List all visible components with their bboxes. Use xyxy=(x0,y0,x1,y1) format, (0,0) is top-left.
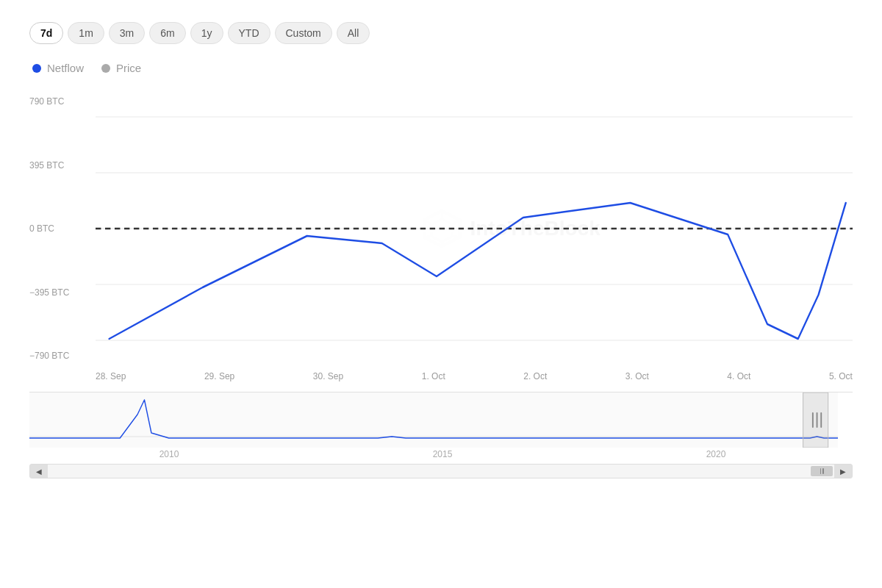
y-label-395: 395 BTC xyxy=(29,160,96,171)
netflow-dot xyxy=(32,64,41,73)
navigator-chart-container: 2010 2015 2020 xyxy=(29,392,853,459)
y-label-neg790: −790 BTC xyxy=(29,351,96,361)
x-label-4oct: 4. Oct xyxy=(727,371,750,381)
y-label-neg395: −395 BTC xyxy=(29,287,96,298)
x-label-2oct: 2. Oct xyxy=(523,371,547,381)
nav-label-2010: 2010 xyxy=(159,449,179,459)
x-axis: 28. Sep 29. Sep 30. Sep 1. Oct 2. Oct 3.… xyxy=(29,371,853,381)
x-label-29sep: 29. Sep xyxy=(204,371,234,381)
netflow-label: Netflow xyxy=(47,62,84,74)
main-chart: 790 BTC 395 BTC 0 BTC −395 BTC −790 BTC xyxy=(29,89,853,368)
legend-price: Price xyxy=(101,62,141,74)
scroll-thumb-line-1 xyxy=(820,468,822,474)
x-label-30sep: 30. Sep xyxy=(313,371,343,381)
svg-rect-16 xyxy=(803,392,828,448)
y-label-0: 0 BTC xyxy=(29,223,96,234)
x-label-28sep: 28. Sep xyxy=(96,371,126,381)
x-label-1oct: 1. Oct xyxy=(422,371,445,381)
time-btn-1y[interactable]: 1y xyxy=(190,22,223,44)
time-btn-ytd[interactable]: YTD xyxy=(228,22,270,44)
navigator-wrapper: 2010 2015 2020 ◀ ▶ xyxy=(29,392,853,465)
scroll-track[interactable] xyxy=(48,465,834,478)
navigator-x-axis: 2010 2015 2020 xyxy=(29,449,853,459)
scrollbar[interactable]: ◀ ▶ xyxy=(29,464,853,478)
time-btn-1m[interactable]: 1m xyxy=(68,22,104,44)
nav-label-2015: 2015 xyxy=(433,449,453,459)
scroll-thumb-line-2 xyxy=(822,468,824,474)
scroll-right-button[interactable]: ▶ xyxy=(834,465,852,478)
y-axis: 790 BTC 395 BTC 0 BTC −395 BTC −790 BTC xyxy=(29,89,96,368)
x-label-3oct: 3. Oct xyxy=(625,371,649,381)
legend-netflow: Netflow xyxy=(32,62,84,74)
time-btn-custom[interactable]: Custom xyxy=(275,22,332,44)
price-dot xyxy=(101,64,110,73)
time-btn-6m[interactable]: 6m xyxy=(149,22,185,44)
navigator-svg xyxy=(29,392,853,448)
time-btn-3m[interactable]: 3m xyxy=(109,22,145,44)
time-range-selector: 7d1m3m6m1yYTDCustomAll xyxy=(29,22,853,44)
chart-legend: Netflow Price xyxy=(29,62,853,74)
scroll-thumb[interactable] xyxy=(811,466,833,476)
scroll-thumb-lines xyxy=(820,468,824,474)
x-label-5oct: 5. Oct xyxy=(829,371,853,381)
scroll-left-button[interactable]: ◀ xyxy=(30,465,48,478)
y-label-790: 790 BTC xyxy=(29,96,96,107)
chart-wrapper: 790 BTC 395 BTC 0 BTC −395 BTC −790 BTC xyxy=(29,89,853,465)
svg-rect-14 xyxy=(29,392,838,448)
time-btn-7d[interactable]: 7d xyxy=(29,22,63,44)
nav-label-2020: 2020 xyxy=(706,449,726,459)
chart-area: IntoTheBlock xyxy=(96,89,853,368)
price-label: Price xyxy=(116,62,141,74)
main-chart-svg xyxy=(96,89,853,368)
time-btn-all[interactable]: All xyxy=(337,22,370,44)
